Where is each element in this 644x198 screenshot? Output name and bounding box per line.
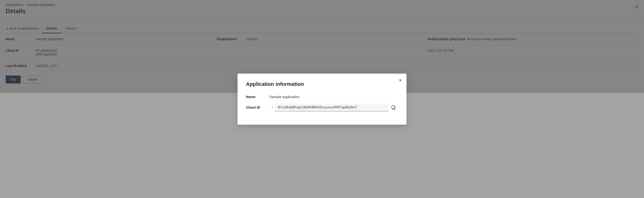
client-id-expand-button[interactable]: ›: [270, 104, 275, 111]
modal-name-value: Sample Application: [270, 93, 300, 99]
svg-rect-1: [392, 106, 394, 109]
modal-clientid-field: Client ID ›: [246, 104, 398, 112]
client-id-input[interactable]: [275, 104, 389, 112]
application-info-modal: × Application information Name Sample Ap…: [238, 74, 406, 125]
copy-icon: [391, 105, 396, 110]
modal-name-label: Name: [246, 93, 270, 99]
modal-overlay[interactable]: × Application information Name Sample Ap…: [0, 0, 644, 198]
modal-title: Application information: [246, 81, 398, 87]
modal-name-field: Name Sample Application: [246, 93, 398, 99]
modal-clientid-label: Client ID: [246, 104, 270, 109]
modal-close-button[interactable]: ×: [399, 78, 402, 83]
copy-client-id-button[interactable]: [389, 104, 398, 111]
client-id-row: ›: [270, 104, 398, 112]
